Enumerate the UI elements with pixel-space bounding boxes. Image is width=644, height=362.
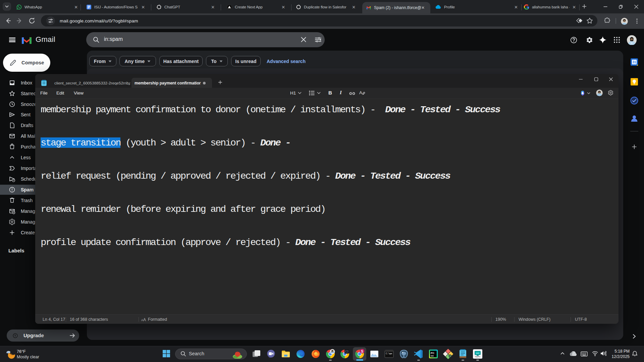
- svg-text:TaskPro: TaskPro: [475, 356, 481, 358]
- svg-text:A: A: [143, 317, 146, 321]
- svg-text:PC: PC: [431, 352, 434, 355]
- svg-text:GCI: GCI: [476, 352, 479, 354]
- svg-text:S: S: [361, 350, 363, 353]
- svg-text:31: 31: [632, 60, 636, 64]
- svg-text:A: A: [359, 90, 362, 95]
